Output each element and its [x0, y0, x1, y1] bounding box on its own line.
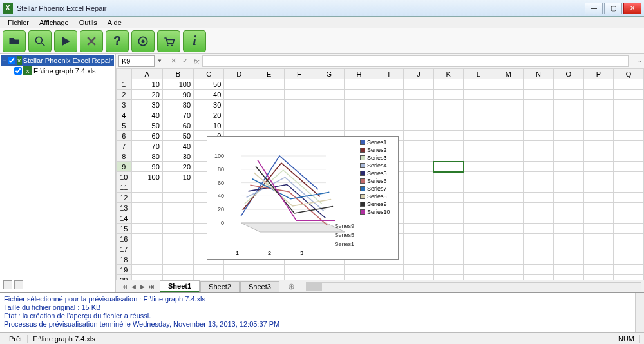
- cell[interactable]: 70: [162, 110, 193, 120]
- cell[interactable]: [524, 275, 554, 280]
- cell[interactable]: [614, 141, 644, 151]
- cell[interactable]: [493, 224, 524, 234]
- cell[interactable]: 10: [194, 120, 224, 131]
- info-button[interactable]: i: [183, 30, 206, 52]
- cell[interactable]: [614, 131, 644, 141]
- cell[interactable]: 60: [131, 131, 162, 141]
- cell[interactable]: [524, 162, 554, 172]
- cell[interactable]: [374, 79, 404, 90]
- cell[interactable]: [493, 110, 524, 120]
- col-header[interactable]: L: [464, 69, 493, 79]
- cell[interactable]: [553, 172, 583, 182]
- cell[interactable]: [614, 110, 644, 120]
- name-box[interactable]: [118, 55, 155, 67]
- cell[interactable]: [464, 244, 493, 254]
- cell[interactable]: [404, 275, 433, 280]
- cell[interactable]: 100: [131, 172, 162, 182]
- cell[interactable]: [493, 162, 524, 172]
- cell[interactable]: [493, 275, 524, 280]
- cell[interactable]: [553, 193, 583, 203]
- cell[interactable]: [464, 110, 493, 120]
- menu-aide[interactable]: Aide: [102, 17, 127, 28]
- cell[interactable]: [433, 265, 464, 275]
- row-header[interactable]: 5: [117, 120, 132, 131]
- cell[interactable]: [131, 244, 162, 254]
- cell[interactable]: [433, 100, 464, 110]
- cell[interactable]: [433, 120, 464, 131]
- cell[interactable]: 20: [194, 110, 224, 120]
- row-header[interactable]: 9: [117, 162, 132, 172]
- row-header[interactable]: 6: [117, 131, 132, 141]
- cell[interactable]: [284, 90, 314, 100]
- cell[interactable]: [524, 213, 554, 224]
- cell[interactable]: [464, 172, 493, 182]
- cell[interactable]: [314, 275, 344, 280]
- cell[interactable]: [553, 151, 583, 162]
- menu-fichier[interactable]: Fichier: [3, 17, 34, 28]
- col-header[interactable]: C: [194, 69, 224, 79]
- cell[interactable]: 30: [162, 151, 193, 162]
- cell[interactable]: [614, 244, 644, 254]
- menu-affichage[interactable]: Affichage: [34, 17, 74, 28]
- cell[interactable]: [162, 244, 193, 254]
- cell[interactable]: [493, 244, 524, 254]
- tab-sheet3[interactable]: Sheet3: [240, 281, 279, 292]
- cell[interactable]: 70: [131, 141, 162, 151]
- cell[interactable]: 10: [162, 172, 193, 182]
- tree-child[interactable]: X E:\line graph 7.4.xls: [13, 66, 114, 76]
- cell[interactable]: [344, 79, 374, 90]
- cell[interactable]: [433, 244, 464, 254]
- row-header[interactable]: 14: [117, 213, 132, 224]
- cell[interactable]: [614, 151, 644, 162]
- cell[interactable]: [583, 254, 614, 265]
- cell[interactable]: [224, 120, 254, 131]
- cell[interactable]: [583, 131, 614, 141]
- cell[interactable]: [464, 151, 493, 162]
- cell[interactable]: [493, 79, 524, 90]
- cell[interactable]: [614, 182, 644, 193]
- cell[interactable]: [404, 100, 433, 110]
- cell[interactable]: [344, 110, 374, 120]
- cell[interactable]: [314, 120, 344, 131]
- row-header[interactable]: 15: [117, 224, 132, 234]
- cell[interactable]: [404, 265, 433, 275]
- cell[interactable]: [162, 254, 193, 265]
- cell[interactable]: [464, 193, 493, 203]
- cell[interactable]: [404, 224, 433, 234]
- formula-cancel-icon[interactable]: ✕: [167, 55, 179, 67]
- tree-child-checkbox[interactable]: [14, 67, 22, 75]
- cell[interactable]: [614, 120, 644, 131]
- cell[interactable]: [131, 213, 162, 224]
- cell[interactable]: 80: [131, 151, 162, 162]
- cell[interactable]: [374, 265, 404, 275]
- cell[interactable]: [493, 120, 524, 131]
- row-header[interactable]: 2: [117, 90, 132, 100]
- cell[interactable]: [131, 275, 162, 280]
- cell[interactable]: [583, 141, 614, 151]
- cancel-button[interactable]: [80, 30, 103, 52]
- formula-input[interactable]: [202, 55, 629, 67]
- cell[interactable]: [162, 275, 193, 280]
- cell[interactable]: [404, 141, 433, 151]
- cell[interactable]: [404, 151, 433, 162]
- cell[interactable]: [493, 141, 524, 151]
- cell[interactable]: [194, 275, 224, 280]
- cell[interactable]: [493, 234, 524, 244]
- cell[interactable]: [493, 90, 524, 100]
- cell[interactable]: 50: [162, 131, 193, 141]
- col-header[interactable]: I: [374, 69, 404, 79]
- cell[interactable]: [464, 203, 493, 213]
- cell[interactable]: [583, 244, 614, 254]
- cell[interactable]: [524, 254, 554, 265]
- col-header[interactable]: A: [131, 69, 162, 79]
- cell[interactable]: [464, 275, 493, 280]
- col-header[interactable]: Q: [614, 69, 644, 79]
- cell[interactable]: [553, 224, 583, 234]
- cell[interactable]: [614, 79, 644, 90]
- col-header[interactable]: B: [162, 69, 193, 79]
- cell[interactable]: [583, 193, 614, 203]
- col-header[interactable]: O: [553, 69, 583, 79]
- cell[interactable]: [314, 100, 344, 110]
- tab-sheet2[interactable]: Sheet2: [200, 281, 240, 292]
- cell[interactable]: 50: [194, 79, 224, 90]
